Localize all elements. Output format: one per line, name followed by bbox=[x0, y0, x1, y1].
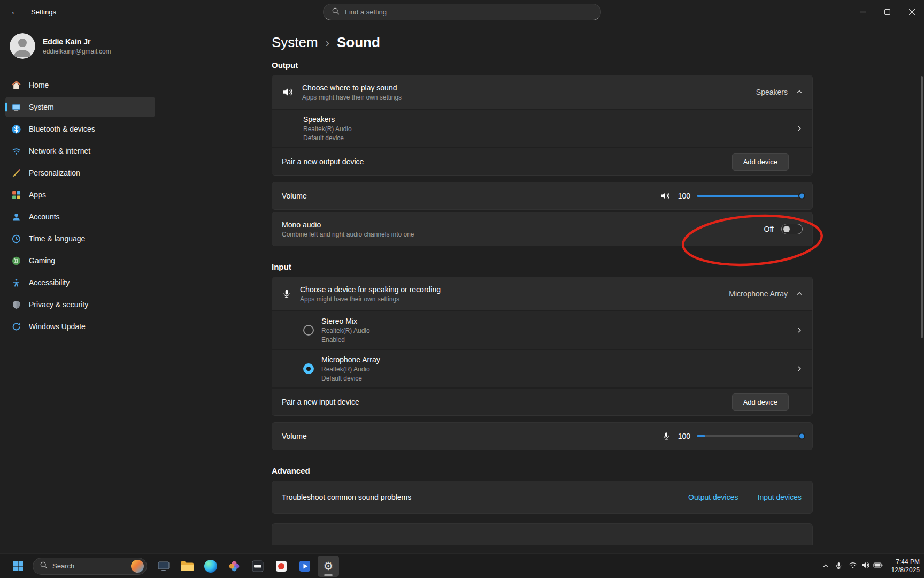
input-volume-mic-icon bbox=[662, 431, 671, 442]
output-volume-slider-thumb[interactable] bbox=[798, 193, 805, 200]
output-volume-slider[interactable] bbox=[697, 195, 802, 197]
pair-output-label: Pair a new output device bbox=[282, 157, 732, 166]
input-device-expander[interactable]: Choose a device for speaking or recordin… bbox=[272, 277, 812, 310]
avatar bbox=[10, 33, 35, 59]
pair-input-device-row: Pair a new input device Add device bbox=[272, 389, 812, 415]
account-profile[interactable]: Eddie Kain Jr eddielkainjr@gmail.com bbox=[5, 29, 155, 67]
pair-input-label: Pair a new input device bbox=[282, 398, 732, 406]
battery-icon bbox=[873, 561, 883, 571]
device-name: Speakers bbox=[303, 115, 796, 124]
content-scrollbar[interactable] bbox=[921, 76, 923, 338]
back-button[interactable]: ← bbox=[4, 3, 26, 21]
back-arrow-icon: ← bbox=[11, 6, 20, 17]
add-input-device-button[interactable]: Add device bbox=[732, 393, 789, 411]
input-selected-device: Microphone Array bbox=[729, 290, 788, 298]
mono-audio-toggle[interactable] bbox=[781, 224, 803, 234]
time-language-icon bbox=[12, 234, 21, 244]
find-setting-input[interactable] bbox=[345, 8, 592, 16]
maximize-button[interactable] bbox=[875, 0, 899, 24]
output-selected-device: Speakers bbox=[756, 88, 788, 96]
pair-output-device-row: Pair a new output device Add device bbox=[272, 148, 812, 175]
input-chooser-subtitle: Apps might have their own settings bbox=[300, 295, 729, 303]
movies-tv-icon[interactable] bbox=[294, 556, 315, 577]
microphone-array-text: Microphone Array Realtek(R) Audio Defaul… bbox=[321, 355, 789, 382]
taskbar-search-box[interactable]: Search bbox=[33, 558, 147, 575]
settings-search-box[interactable] bbox=[323, 4, 601, 20]
sidebar-item-gaming[interactable]: Gaming bbox=[5, 250, 155, 271]
sidebar-item-windows-update[interactable]: Windows Update bbox=[5, 316, 155, 337]
sidebar-item-privacy[interactable]: Privacy & security bbox=[5, 294, 155, 315]
input-devices-link[interactable]: Input devices bbox=[758, 493, 802, 501]
sidebar-item-apps[interactable]: Apps bbox=[5, 185, 155, 205]
profile-name: Eddie Kain Jr bbox=[43, 37, 111, 46]
device-status: Enabled bbox=[321, 336, 789, 344]
task-view-icon[interactable] bbox=[153, 556, 174, 577]
stereo-mix-device-row[interactable]: Stereo Mix Realtek(R) Audio Enabled bbox=[272, 311, 812, 349]
output-device-expander[interactable]: Choose where to play sound Apps might ha… bbox=[272, 75, 812, 109]
mono-audio-subtitle: Combine left and right audio channels in… bbox=[282, 231, 764, 238]
partial-card[interactable] bbox=[272, 523, 813, 545]
chevron-right-icon bbox=[796, 125, 803, 132]
brand-app-icon[interactable] bbox=[247, 556, 268, 577]
tray-date: 12/8/2025 bbox=[891, 566, 920, 574]
hidden-icons-chevron[interactable] bbox=[822, 563, 829, 569]
photos-icon[interactable] bbox=[224, 556, 245, 577]
output-volume-label: Volume bbox=[282, 192, 660, 200]
speaker-icon bbox=[282, 86, 294, 98]
home-icon bbox=[12, 81, 21, 90]
input-section-header: Input bbox=[272, 262, 813, 271]
microphone-array-radio[interactable] bbox=[303, 363, 314, 374]
input-volume-value: 100 bbox=[678, 432, 690, 440]
profile-email: eddielkainjr@gmail.com bbox=[43, 48, 111, 55]
sidebar-item-system[interactable]: System bbox=[5, 97, 155, 117]
microphone-array-device-row[interactable]: Microphone Array Realtek(R) Audio Defaul… bbox=[272, 350, 812, 387]
mono-audio-state-label: Off bbox=[764, 225, 774, 233]
add-output-device-button[interactable]: Add device bbox=[732, 153, 789, 171]
settings-content: System › Sound Output Choose where to pl… bbox=[160, 24, 924, 553]
file-explorer-icon[interactable] bbox=[176, 556, 198, 577]
windows-update-icon bbox=[12, 322, 21, 331]
output-chooser-text: Choose where to play sound Apps might ha… bbox=[302, 83, 756, 101]
minimize-button[interactable] bbox=[850, 0, 875, 24]
troubleshoot-links: Output devices Input devices bbox=[688, 493, 802, 501]
breadcrumb-separator-icon: › bbox=[326, 35, 329, 50]
toggle-knob bbox=[783, 226, 790, 232]
red-app-icon[interactable] bbox=[271, 556, 292, 577]
windows-logo-icon bbox=[13, 561, 24, 572]
accessibility-icon bbox=[12, 278, 21, 287]
microphone-status-icon[interactable] bbox=[835, 562, 842, 570]
output-device-group: Choose where to play sound Apps might ha… bbox=[272, 75, 813, 176]
sidebar-item-network[interactable]: Network & internet bbox=[5, 141, 155, 161]
device-vendor: Realtek(R) Audio bbox=[321, 366, 789, 373]
settings-gear-icon[interactable]: ⚙ bbox=[318, 556, 339, 577]
breadcrumb-system[interactable]: System bbox=[272, 34, 318, 51]
stereo-mix-radio[interactable] bbox=[303, 325, 314, 336]
edge-icon[interactable] bbox=[200, 556, 221, 577]
sidebar-item-time-language[interactable]: Time & language bbox=[5, 229, 155, 249]
device-vendor: Realtek(R) Audio bbox=[321, 327, 789, 334]
taskbar-clock[interactable]: 7:44 PM 12/8/2025 bbox=[891, 558, 920, 574]
output-devices-link[interactable]: Output devices bbox=[688, 493, 738, 501]
start-button[interactable] bbox=[7, 556, 29, 577]
sidebar-item-personalization[interactable]: Personalization bbox=[5, 163, 155, 183]
stereo-mix-text: Stereo Mix Realtek(R) Audio Enabled bbox=[321, 317, 789, 344]
app-body: Eddie Kain Jr eddielkainjr@gmail.com Hom… bbox=[0, 24, 924, 553]
accounts-icon bbox=[12, 212, 21, 222]
speakers-device-text: Speakers Realtek(R) Audio Default device bbox=[303, 115, 796, 142]
input-volume-label: Volume bbox=[282, 432, 662, 440]
close-button[interactable] bbox=[899, 0, 924, 24]
sidebar-item-accounts[interactable]: Accounts bbox=[5, 207, 155, 227]
page-title: Sound bbox=[337, 34, 380, 51]
system-icon bbox=[12, 103, 21, 112]
input-volume-slider[interactable] bbox=[697, 435, 802, 437]
sidebar-item-home[interactable]: Home bbox=[5, 75, 155, 95]
sidebar-item-accessibility[interactable]: Accessibility bbox=[5, 272, 155, 293]
mono-audio-title: Mono audio bbox=[282, 220, 764, 229]
taskbar: Search bbox=[0, 553, 924, 578]
quick-settings-group[interactable] bbox=[849, 561, 883, 571]
input-volume-slider-thumb[interactable] bbox=[798, 433, 805, 440]
system-tray: 7:44 PM 12/8/2025 bbox=[822, 554, 920, 578]
output-volume-controls: 100 bbox=[660, 191, 802, 201]
speakers-device-row[interactable]: Speakers Realtek(R) Audio Default device bbox=[272, 110, 812, 147]
sidebar-item-bluetooth[interactable]: Bluetooth & devices bbox=[5, 119, 155, 139]
